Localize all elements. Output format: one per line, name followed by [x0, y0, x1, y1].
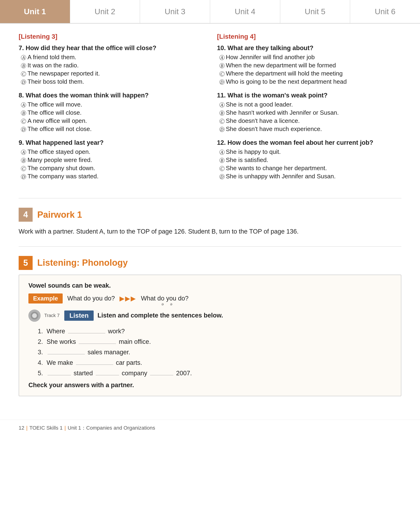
question-11: 11. What is the woman's weak point? AShe… — [217, 92, 402, 133]
q8-option-c: CA new office will open. — [21, 117, 203, 125]
q8-option-d: DThe office will not close. — [21, 125, 203, 133]
listen-instruction: Listen and complete the sentences below. — [97, 312, 223, 319]
question-8-text: 8. What does the woman think will happen… — [19, 92, 203, 99]
q10-option-a: AHow Jennifer will find another job — [219, 54, 402, 61]
q8-option-a: AThe office will move. — [21, 101, 203, 108]
listening4-header: [Listening 4] — [217, 33, 402, 40]
question-7-text: 7. How did they hear that the office wil… — [19, 45, 203, 52]
arrows-icon: ▶▶▶ — [120, 295, 136, 302]
footer-book: TOEIC Skills 1 — [29, 425, 63, 431]
question-12-text: 12. How does the woman feel about her cu… — [217, 139, 402, 146]
fill-item-5: 5. started company 2007. — [38, 370, 391, 377]
page-content: [Listening 3] 7. How did they hear that … — [0, 24, 420, 406]
listen-badge: Listen — [64, 311, 94, 321]
phonology-number: 5 — [19, 256, 33, 270]
q7-option-b: BIt was on the radio. — [21, 62, 203, 69]
q12-option-d: DShe is unhappy with Jennifer and Susan. — [219, 173, 402, 180]
footer-pipe2: | — [64, 425, 66, 431]
q12-option-c: CShe wants to change her department. — [219, 165, 402, 172]
track-label: Track 7 — [44, 313, 60, 318]
question-10: 10. What are they talking about? AHow Je… — [217, 45, 402, 85]
tab-unit4[interactable]: Unit 4 — [210, 0, 280, 23]
q11-option-a: AShe is not a good leader. — [219, 101, 402, 108]
fill-item-3: 3. sales manager. — [38, 349, 391, 356]
question-12: 12. How does the woman feel about her cu… — [217, 139, 402, 180]
question-8: 8. What does the woman think will happen… — [19, 92, 203, 133]
q12-option-b: BShe is satisfied. — [219, 156, 402, 164]
vowel-note: Vowel sounds can be weak. — [29, 282, 391, 289]
fill-item-1: 1. Where work? — [38, 328, 391, 335]
q11-option-b: BShe hasn't worked with Jennifer or Susa… — [219, 109, 402, 116]
q7-option-a: AA friend told them. — [21, 54, 203, 61]
pairwork-header: 4 Pairwork 1 — [19, 208, 401, 222]
tab-bar: Unit 1 Unit 2 Unit 3 Unit 4 Unit 5 Unit … — [0, 0, 420, 24]
q11-option-c: CShe doesn't have a licence. — [219, 117, 402, 125]
example-badge: Example — [29, 294, 63, 303]
tab-unit3[interactable]: Unit 3 — [140, 0, 210, 23]
q9-option-d: DThe company was started. — [21, 173, 203, 180]
tab-unit6[interactable]: Unit 6 — [350, 0, 420, 23]
listening3-header: [Listening 3] — [19, 33, 203, 40]
q9-option-c: CThe company shut down. — [21, 165, 203, 172]
q7-option-d: DTheir boss told them. — [21, 78, 203, 85]
check-answers: Check your answers with a partner. — [29, 382, 391, 389]
listening4-column: [Listening 4] 10. What are they talking … — [217, 33, 402, 187]
phonology-box: Vowel sounds can be weak. Example What d… — [19, 275, 401, 396]
listening3-column: [Listening 3] 7. How did they hear that … — [19, 33, 203, 187]
q8-option-b: BThe office will close. — [21, 109, 203, 116]
q10-option-b: BWhen the new department will be formed — [219, 62, 402, 69]
fill-item-4: 4. We make car parts. — [38, 359, 391, 366]
listening-grid: [Listening 3] 7. How did they hear that … — [19, 33, 401, 187]
cd-icon — [29, 310, 41, 322]
listen-row: Track 7 Listen Listen and complete the s… — [29, 310, 391, 322]
fill-list: 1. Where work? 2. She works main office.… — [29, 328, 391, 377]
question-9: 9. What happened last year? AThe office … — [19, 139, 203, 180]
question-11-text: 11. What is the woman's weak point? — [217, 92, 402, 99]
q12-option-a: AShe is happy to quit. — [219, 148, 402, 156]
phonology-header: 5 Listening: Phonology — [19, 256, 401, 270]
footer-pipe1: | — [26, 425, 28, 431]
example-row: Example What do you do? ▶▶▶ What doə you… — [29, 294, 391, 303]
q9-option-a: AThe office stayed open. — [21, 148, 203, 156]
example-weak: What doə youə do? — [141, 295, 188, 302]
divider-2 — [19, 246, 401, 247]
footer-page-number: 12 — [19, 425, 24, 431]
divider-1 — [19, 198, 401, 198]
pairwork-body: Work with a partner. Student A, turn to … — [19, 226, 401, 237]
tab-unit1[interactable]: Unit 1 — [0, 0, 70, 23]
tab-unit5[interactable]: Unit 5 — [280, 0, 350, 23]
pairwork-number: 4 — [19, 208, 33, 222]
question-9-text: 9. What happened last year? — [19, 139, 203, 146]
pairwork-title: Pairwork 1 — [37, 210, 82, 220]
question-7: 7. How did they hear that the office wil… — [19, 45, 203, 85]
q9-option-b: BMany people were fired. — [21, 156, 203, 164]
q11-option-d: DShe doesn't have much experience. — [219, 125, 402, 133]
q10-option-c: CWhere the department will hold the meet… — [219, 70, 402, 77]
q7-option-c: CThe newspaper reported it. — [21, 70, 203, 77]
page-footer: 12 | TOEIC Skills 1 | Unit 1：Companies a… — [0, 420, 420, 436]
tab-unit2[interactable]: Unit 2 — [70, 0, 140, 23]
fill-item-2: 2. She works main office. — [38, 338, 391, 345]
example-question: What do you do? — [67, 295, 115, 302]
phonology-title: Listening: Phonology — [37, 258, 128, 268]
question-10-text: 10. What are they talking about? — [217, 45, 402, 52]
q10-option-d: DWho is going to be the next department … — [219, 78, 402, 85]
footer-unit: Unit 1：Companies and Organizations — [68, 424, 155, 431]
